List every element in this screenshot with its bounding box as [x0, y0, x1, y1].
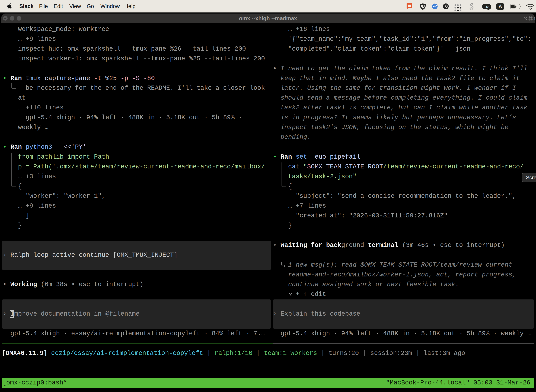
svg-text:..61: ..61 [484, 5, 490, 9]
